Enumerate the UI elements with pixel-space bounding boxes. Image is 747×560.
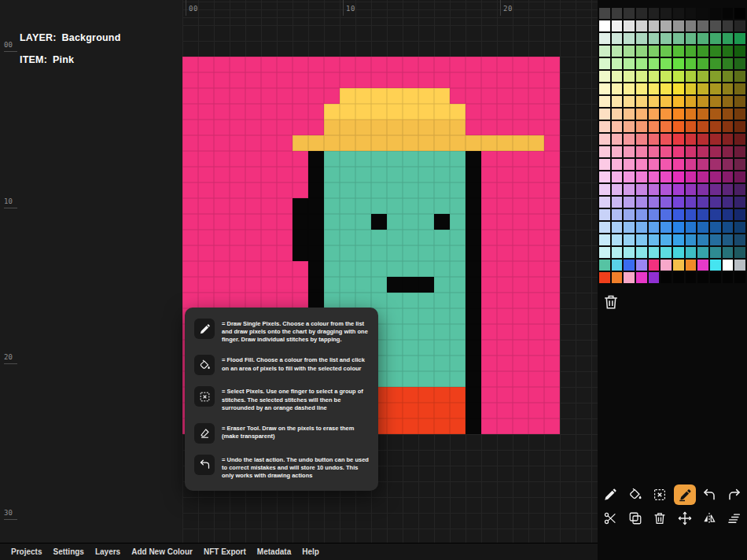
flood-fill-tool-button[interactable] — [624, 484, 647, 505]
art-pixel[interactable] — [450, 418, 465, 434]
palette-swatch[interactable] — [599, 234, 610, 245]
art-pixel[interactable] — [497, 340, 513, 356]
art-pixel[interactable] — [261, 120, 277, 135]
scissors-tool-button[interactable] — [599, 508, 622, 529]
palette-swatch[interactable] — [723, 20, 734, 31]
art-pixel[interactable] — [434, 418, 450, 434]
trash-tool-button[interactable] — [649, 508, 672, 529]
art-pixel[interactable] — [340, 182, 355, 198]
art-pixel[interactable] — [277, 88, 293, 104]
art-pixel[interactable] — [528, 418, 544, 434]
palette-swatch[interactable] — [673, 109, 684, 120]
palette-swatch[interactable] — [710, 184, 721, 195]
art-pixel[interactable] — [277, 198, 293, 214]
menu-item-layers[interactable]: Layers — [95, 547, 120, 556]
menu-item-help[interactable]: Help — [302, 547, 319, 556]
art-pixel[interactable] — [450, 324, 465, 340]
art-pixel[interactable] — [245, 151, 261, 167]
art-pixel[interactable] — [544, 418, 560, 434]
art-pixel[interactable] — [340, 245, 355, 261]
art-pixel[interactable] — [465, 245, 481, 261]
palette-swatch[interactable] — [661, 272, 672, 283]
palette-swatch[interactable] — [649, 71, 660, 82]
art-pixel[interactable] — [465, 261, 481, 277]
art-pixel[interactable] — [497, 324, 513, 340]
art-pixel[interactable] — [544, 293, 560, 308]
art-pixel[interactable] — [261, 57, 277, 72]
art-pixel[interactable] — [418, 340, 434, 356]
palette-swatch[interactable] — [673, 247, 684, 258]
art-pixel[interactable] — [355, 72, 371, 88]
art-pixel[interactable] — [465, 230, 481, 245]
palette-swatch[interactable] — [686, 209, 697, 220]
menu-item-projects[interactable]: Projects — [11, 547, 42, 556]
palette-swatch[interactable] — [612, 83, 623, 94]
art-pixel[interactable] — [245, 57, 261, 72]
art-pixel[interactable] — [481, 135, 497, 151]
art-pixel[interactable] — [497, 387, 513, 403]
art-pixel[interactable] — [277, 293, 293, 308]
art-pixel[interactable] — [214, 57, 230, 72]
art-pixel[interactable] — [544, 214, 560, 230]
art-pixel[interactable] — [418, 245, 434, 261]
art-pixel[interactable] — [340, 104, 355, 120]
art-pixel[interactable] — [513, 324, 528, 340]
palette-swatch[interactable] — [624, 8, 635, 19]
art-pixel[interactable] — [403, 135, 418, 151]
art-pixel[interactable] — [544, 277, 560, 293]
art-pixel[interactable] — [528, 214, 544, 230]
art-pixel[interactable] — [513, 293, 528, 308]
art-pixel[interactable] — [324, 167, 340, 182]
palette-swatch[interactable] — [686, 71, 697, 82]
art-pixel[interactable] — [497, 371, 513, 387]
palette-swatch[interactable] — [612, 8, 623, 19]
art-pixel[interactable] — [434, 277, 450, 293]
art-pixel[interactable] — [403, 356, 418, 371]
palette-swatch[interactable] — [723, 209, 734, 220]
art-pixel[interactable] — [371, 230, 387, 245]
palette-swatch[interactable] — [710, 209, 721, 220]
art-pixel[interactable] — [434, 340, 450, 356]
art-pixel[interactable] — [513, 182, 528, 198]
palette-swatch[interactable] — [673, 159, 684, 170]
art-pixel[interactable] — [340, 120, 355, 135]
palette-swatch[interactable] — [636, 134, 647, 145]
art-pixel[interactable] — [418, 104, 434, 120]
art-pixel[interactable] — [434, 230, 450, 245]
palette-swatch[interactable] — [636, 247, 647, 258]
art-pixel[interactable] — [182, 72, 198, 88]
marker-tool-button[interactable] — [674, 484, 697, 505]
art-pixel[interactable] — [308, 104, 324, 120]
art-pixel[interactable] — [324, 261, 340, 277]
palette-swatch[interactable] — [636, 20, 647, 31]
art-pixel[interactable] — [528, 387, 544, 403]
art-pixel[interactable] — [513, 245, 528, 261]
palette-swatch[interactable] — [673, 8, 684, 19]
art-pixel[interactable] — [434, 371, 450, 387]
palette-swatch[interactable] — [612, 46, 623, 57]
palette-swatch[interactable] — [636, 171, 647, 182]
art-pixel[interactable] — [497, 230, 513, 245]
art-pixel[interactable] — [513, 104, 528, 120]
art-pixel[interactable] — [230, 198, 245, 214]
palette-swatch[interactable] — [649, 8, 660, 19]
art-pixel[interactable] — [403, 182, 418, 198]
art-pixel[interactable] — [340, 57, 355, 72]
palette-swatch[interactable] — [673, 234, 684, 245]
art-pixel[interactable] — [230, 88, 245, 104]
art-pixel[interactable] — [371, 135, 387, 151]
art-pixel[interactable] — [261, 230, 277, 245]
art-pixel[interactable] — [544, 387, 560, 403]
art-pixel[interactable] — [387, 324, 403, 340]
palette-swatch[interactable] — [599, 83, 610, 94]
art-pixel[interactable] — [277, 135, 293, 151]
palette-swatch[interactable] — [697, 96, 708, 107]
palette-swatch[interactable] — [649, 109, 660, 120]
art-pixel[interactable] — [355, 57, 371, 72]
art-pixel[interactable] — [403, 104, 418, 120]
art-pixel[interactable] — [214, 277, 230, 293]
art-pixel[interactable] — [403, 324, 418, 340]
art-pixel[interactable] — [465, 135, 481, 151]
palette-swatch[interactable] — [710, 83, 721, 94]
art-pixel[interactable] — [324, 88, 340, 104]
